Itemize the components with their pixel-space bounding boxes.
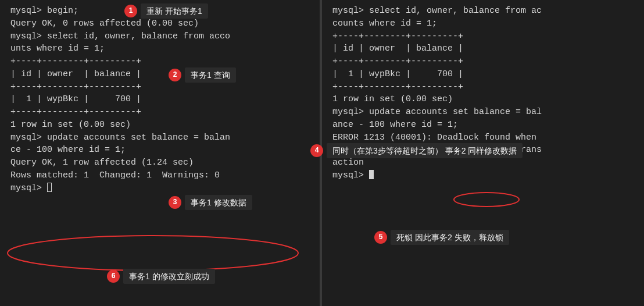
term-line: +----+--------+---------+ [332, 55, 634, 68]
term-line: 1 row in set (0.00 sec) [332, 93, 634, 106]
badge-number: 3 [169, 196, 181, 209]
term-line: mysql> update accounts set balance = bal [332, 106, 634, 119]
red-oval-highlight [5, 233, 301, 273]
annotation-1: 1 重新 开始事务1 [124, 3, 208, 19]
cursor-icon [369, 170, 374, 179]
term-line: +----+--------+---------+ [332, 30, 634, 43]
term-line: ce - 100 where id = 1; [10, 144, 309, 156]
term-line: Rows matched: 1 Changed: 1 Warnings: 0 [10, 169, 309, 182]
annotation-3: 3 事务1 修改数据 [169, 195, 252, 210]
term-line: Query OK, 1 row affected (1.24 sec) [10, 156, 309, 169]
term-line: ance - 100 where id = 1; [332, 119, 634, 131]
badge-number: 5 [374, 231, 387, 244]
annotation-2: 2 事务1 查询 [169, 67, 236, 83]
terminal-right: mysql> select id, owner, balance from ac… [322, 0, 644, 306]
annotation-label: 事务1 的修改立刻成功 [123, 269, 215, 284]
annotation-6: 6 事务1 的修改立刻成功 [107, 269, 215, 284]
term-line: mysql> update accounts set balance = bal… [10, 131, 309, 144]
cursor-icon [47, 183, 52, 192]
term-line: unts where id = 1; [10, 42, 309, 55]
term-line: +----+--------+---------+ [10, 106, 309, 119]
red-oval-highlight [452, 191, 521, 208]
term-line: mysql> select id, owner, balance from ac [332, 5, 634, 17]
annotation-label: 同时（在第3步等待超时之前） 事务2 同样修改数据 [327, 143, 523, 158]
term-line: | 1 | wypBkc | 700 | [332, 68, 634, 81]
svg-point-1 [454, 193, 519, 207]
term-line: +----+--------+---------+ [10, 55, 309, 68]
term-line: | 1 | wypBkc | 700 | [10, 93, 309, 106]
term-line: +----+--------+---------+ [10, 81, 309, 94]
term-line: | id | owner | balance | [10, 68, 309, 81]
term-line: mysql> [332, 169, 634, 182]
annotation-4: 4 同时（在第3步等待超时之前） 事务2 同样修改数据 [310, 143, 523, 158]
annotation-label: 重新 开始事务1 [141, 3, 208, 19]
annotation-label: 死锁 因此事务2 失败，释放锁 [391, 230, 509, 245]
term-line: 1 row in set (0.00 sec) [10, 119, 309, 131]
terminal-left: mysql> begin; Query OK, 0 rows affected … [0, 0, 322, 306]
annotation-label: 事务1 修改数据 [185, 195, 252, 210]
term-line: ERROR 1213 (40001): Deadlock found when [332, 131, 634, 144]
term-line: | id | owner | balance | [332, 42, 634, 55]
badge-number: 1 [124, 5, 137, 17]
term-line: mysql> [10, 182, 309, 195]
annotation-5: 5 死锁 因此事务2 失败，释放锁 [374, 230, 509, 245]
term-line: +----+--------+---------+ [332, 81, 634, 94]
term-line: counts where id = 1; [332, 17, 634, 30]
term-line: mysql> select id, owner, balance from ac… [10, 30, 309, 43]
badge-number: 2 [169, 69, 181, 81]
badge-number: 4 [310, 144, 323, 157]
badge-number: 6 [107, 270, 120, 283]
svg-point-0 [8, 236, 298, 271]
term-line: Query OK, 0 rows affected (0.00 sec) [10, 17, 309, 30]
annotation-label: 事务1 查询 [185, 67, 236, 83]
